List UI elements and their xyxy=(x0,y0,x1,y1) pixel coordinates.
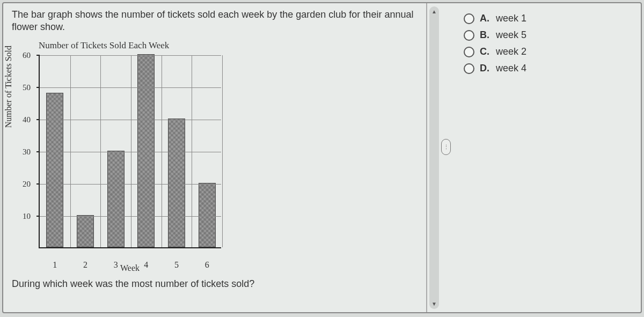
scrollbar[interactable]: ▲ ▼ xyxy=(429,6,439,309)
option-d[interactable]: D. week 4 xyxy=(464,63,629,74)
ellipsis-icon: ⋮ xyxy=(443,144,449,151)
divider-column: ▲ ▼ ⋮ xyxy=(427,3,452,312)
chart-title: Number of Tickets Sold Each Week xyxy=(39,40,418,51)
y-tick-label: 10 xyxy=(23,211,31,220)
option-b[interactable]: B. week 5 xyxy=(464,30,629,41)
option-a[interactable]: A. week 1 xyxy=(464,13,629,24)
scroll-up-icon[interactable]: ▲ xyxy=(431,9,437,14)
option-letter: C. xyxy=(480,46,489,57)
scroll-down-icon[interactable]: ▼ xyxy=(431,301,437,307)
option-text: week 5 xyxy=(496,30,526,41)
bar xyxy=(137,54,155,247)
question-panel: The bar graph shows the number of ticket… xyxy=(3,3,427,312)
bar xyxy=(199,183,216,247)
app-frame: The bar graph shows the number of ticket… xyxy=(2,2,642,313)
x-tick-label: 3 xyxy=(114,260,118,270)
x-tick-label: 2 xyxy=(83,260,87,270)
chart: Number of Tickets Sold 123456 1020304050… xyxy=(16,55,247,273)
question-intro: The bar graph shows the number of ticket… xyxy=(12,9,418,34)
option-text: week 4 xyxy=(496,63,526,74)
question-prompt: During which week was the most number of… xyxy=(12,278,418,290)
y-tick-label: 20 xyxy=(23,179,31,188)
radio-icon[interactable] xyxy=(464,13,474,24)
y-tick-label: 40 xyxy=(23,115,31,124)
option-letter: B. xyxy=(480,30,489,41)
radio-icon[interactable] xyxy=(464,63,474,74)
option-letter: D. xyxy=(480,63,489,74)
y-tick-label: 30 xyxy=(23,147,31,156)
bar xyxy=(77,215,94,247)
bar xyxy=(46,93,63,247)
chart-area: 123456 102030405060 xyxy=(39,55,221,248)
bar xyxy=(107,151,125,247)
x-tick-label: 5 xyxy=(174,260,179,270)
x-tick-label: 1 xyxy=(53,260,57,270)
expand-button[interactable]: ⋮ xyxy=(441,139,451,155)
bars-layer xyxy=(40,55,221,247)
radio-icon[interactable] xyxy=(464,47,474,57)
y-axis-label: Number of Tickets Sold xyxy=(4,46,13,128)
y-tick-label: 50 xyxy=(23,83,31,92)
bar xyxy=(168,119,185,247)
x-axis-label: Week xyxy=(39,263,221,273)
y-tick-label: 60 xyxy=(23,50,31,60)
answers-panel: A. week 1 B. week 5 C. week 2 D. week 4 xyxy=(452,3,641,312)
x-tick-label: 6 xyxy=(205,260,209,270)
option-text: week 2 xyxy=(496,46,526,57)
radio-icon[interactable] xyxy=(464,30,474,41)
option-c[interactable]: C. week 2 xyxy=(464,46,629,57)
x-tick-label: 4 xyxy=(144,260,148,270)
option-text: week 1 xyxy=(496,13,526,24)
option-letter: A. xyxy=(480,13,489,24)
